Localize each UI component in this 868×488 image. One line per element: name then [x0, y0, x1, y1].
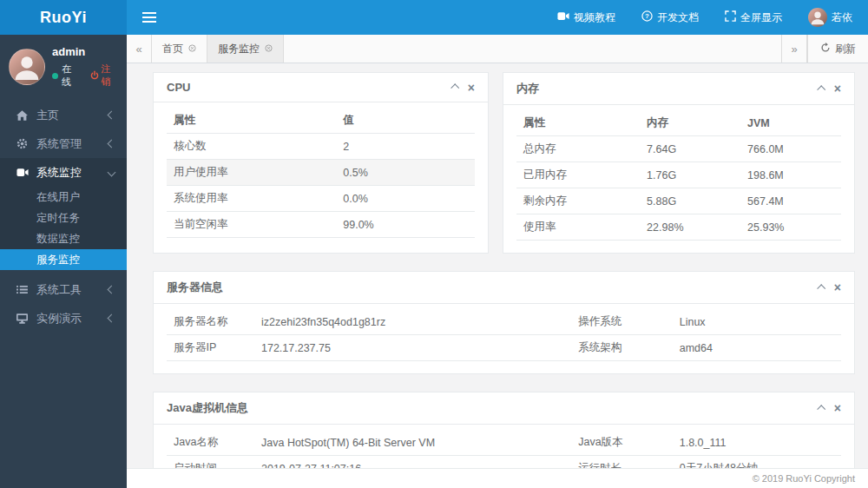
table-cell: 系统使用率 — [167, 186, 336, 212]
table-cell: 0天7小时48分钟 — [673, 456, 841, 469]
sidebar-item-system-tools[interactable]: 系统工具 — [0, 275, 127, 304]
sidebar-subitem-data-monitor[interactable]: 数据监控 — [0, 228, 127, 249]
cpu-table: 属性 值 核心数 2 用户使用率 — [167, 108, 475, 238]
table-cell: 服务器IP — [167, 335, 254, 361]
video-tutorial-link[interactable]: 视频教程 — [557, 10, 615, 25]
menu-label: 系统管理 — [36, 136, 101, 152]
panel-title: Java虚拟机信息 — [167, 400, 248, 416]
online-status-label: 在线 — [62, 63, 81, 89]
table-cell: 99.0% — [336, 212, 475, 238]
user-menu-label: 若依 — [832, 10, 852, 25]
table-cell: Java HotSpot(TM) 64-Bit Server VM — [254, 430, 571, 456]
dev-docs-label: 开发文档 — [657, 10, 699, 25]
gear-icon — [16, 138, 29, 149]
tab-label: 首页 — [162, 42, 183, 56]
fullscreen-label: 全屏显示 — [740, 10, 782, 25]
table-row: 系统使用率 0.0% — [167, 186, 475, 212]
power-icon — [90, 70, 99, 82]
close-icon[interactable]: × — [834, 281, 841, 293]
column-header: 属性 — [167, 108, 336, 134]
online-status-dot — [52, 73, 58, 79]
table-cell: 22.98% — [640, 214, 740, 241]
sidebar-item-demo[interactable]: 实例演示 — [0, 304, 127, 333]
tab-close-icon[interactable] — [188, 43, 196, 55]
server-info-panel-header: 服务器信息 × — [154, 272, 854, 304]
logout-link[interactable]: 注销 — [90, 63, 120, 89]
table-cell: 服务器名称 — [167, 309, 254, 335]
top-panels-row: CPU × 属性 值 — [153, 72, 855, 254]
table-cell: 0.5% — [336, 160, 475, 186]
table-cell: 总内存 — [516, 136, 640, 162]
chevron-left-icon — [108, 286, 116, 294]
logo[interactable]: RuoYi — [0, 0, 127, 35]
close-icon[interactable]: × — [468, 82, 475, 94]
table-cell: 使用率 — [516, 214, 640, 241]
svg-text:?: ? — [645, 12, 649, 20]
sidebar-menu: 主页 系统管理 系统监控 在线用户 定时任务 数据监控 服务监控 — [0, 101, 127, 333]
sidebar-toggle-button[interactable] — [137, 6, 161, 29]
tab-close-icon[interactable] — [265, 43, 273, 55]
table-cell: 运行时长 — [571, 456, 673, 469]
table-cell: 2 — [336, 134, 475, 160]
top-links: 视频教程 ? 开发文档 全屏显示 若依 — [557, 8, 852, 27]
sidebar-subitem-scheduled-tasks[interactable]: 定时任务 — [0, 208, 127, 228]
home-icon — [16, 110, 29, 121]
tab-home[interactable]: 首页 — [152, 35, 207, 63]
collapse-icon[interactable] — [817, 284, 825, 293]
table-cell: 1.8.0_111 — [673, 430, 841, 456]
table-row: 剩余内存 5.88G 567.4M — [516, 188, 841, 214]
avatar — [808, 8, 827, 27]
column-header: 内存 — [640, 110, 740, 136]
tabs-scroll-right-button[interactable]: » — [781, 35, 807, 63]
tab-server-monitor[interactable]: 服务监控 — [207, 35, 284, 63]
sidebar-subitem-online-users[interactable]: 在线用户 — [0, 187, 127, 208]
panel-title: 内存 — [516, 81, 539, 96]
jvm-info-table: Java名称 Java HotSpot(TM) 64-Bit Server VM… — [167, 430, 841, 468]
tab-bar: « 首页 服务监控 » 刷新 — [127, 35, 868, 63]
table-cell: 5.88G — [640, 188, 740, 214]
dev-docs-link[interactable]: ? 开发文档 — [641, 10, 699, 25]
cpu-panel: CPU × 属性 值 — [153, 72, 489, 254]
collapse-icon[interactable] — [450, 83, 459, 92]
table-row: 用户使用率 0.5% — [167, 160, 475, 186]
top-nav: 视频教程 ? 开发文档 全屏显示 若依 — [127, 0, 868, 35]
refresh-button[interactable]: 刷新 — [807, 35, 868, 63]
table-cell: 198.6M — [740, 162, 841, 188]
close-icon[interactable]: × — [834, 82, 841, 95]
chevron-left-icon — [108, 140, 116, 148]
camera-icon — [16, 168, 29, 177]
close-icon[interactable]: × — [834, 402, 841, 414]
copyright: © 2019 RuoYi Copyright — [753, 473, 855, 484]
chevron-down-icon — [108, 168, 116, 177]
tab-label: 服务监控 — [218, 42, 260, 56]
user-menu[interactable]: 若依 — [808, 8, 852, 27]
sidebar-subitem-server-monitor[interactable]: 服务监控 — [0, 249, 127, 270]
table-cell: iz2zehi23fn35q4od1g81rz — [254, 309, 571, 335]
question-icon: ? — [641, 10, 653, 24]
menu-label: 实例演示 — [36, 311, 101, 326]
user-avatar[interactable] — [9, 49, 45, 85]
top-header: RuoYi 视频教程 ? 开发文档 全屏显示 — [0, 0, 868, 35]
table-row: 启动时间 2019-07-27 11:07:16 运行时长 0天7小时48分钟 — [167, 456, 841, 469]
app-window: RuoYi 视频教程 ? 开发文档 全屏显示 — [0, 0, 868, 488]
fullscreen-button[interactable]: 全屏显示 — [725, 10, 782, 25]
sidebar-item-system-monitor[interactable]: 系统监控 — [0, 158, 127, 187]
collapse-icon[interactable] — [817, 405, 825, 413]
sidebar: admin 在线 注销 主页 系统管理 — [0, 35, 127, 488]
collapse-icon[interactable] — [817, 85, 825, 94]
hamburger-icon — [142, 12, 156, 14]
user-status: 在线 注销 — [52, 63, 120, 89]
jvm-info-panel: Java虚拟机信息 × Java名称 Java HotSpot(TM) 64-B… — [153, 392, 855, 468]
jvm-info-panel-header: Java虚拟机信息 × — [154, 392, 854, 425]
desktop-icon — [16, 313, 29, 324]
table-cell: 系统架构 — [571, 335, 673, 361]
sidebar-item-home[interactable]: 主页 — [0, 101, 127, 129]
table-cell: 已用内存 — [516, 162, 640, 188]
column-header: 值 — [336, 108, 475, 134]
server-info-panel: 服务器信息 × 服务器名称 iz2zehi23fn35q4od1g81rz 操作… — [153, 271, 855, 374]
table-row: 服务器名称 iz2zehi23fn35q4od1g81rz 操作系统 Linux — [167, 309, 841, 335]
table-cell: 当前空闲率 — [167, 212, 336, 238]
tabs-scroll-left-button[interactable]: « — [127, 35, 152, 63]
sidebar-item-system-admin[interactable]: 系统管理 — [0, 129, 127, 158]
server-info-table: 服务器名称 iz2zehi23fn35q4od1g81rz 操作系统 Linux… — [167, 309, 841, 361]
